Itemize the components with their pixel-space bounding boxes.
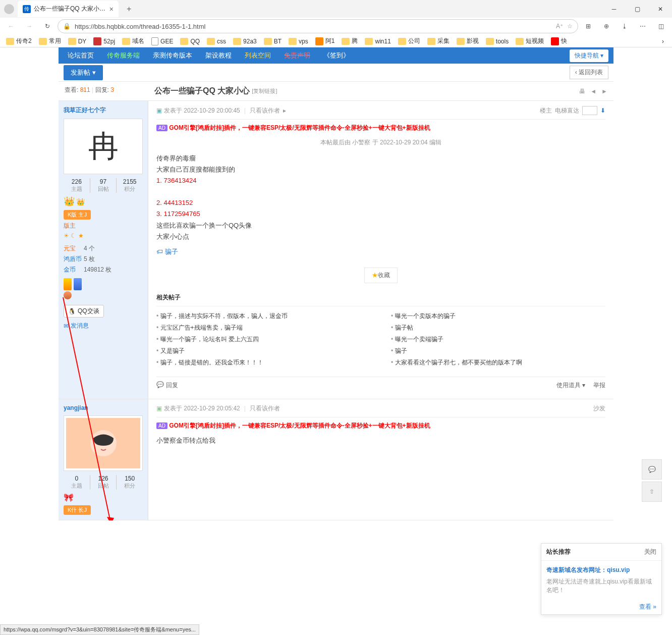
bookmark-item[interactable]: 92a3 [230, 37, 260, 46]
bookmark-item[interactable]: 域名 [119, 36, 147, 46]
bookmark-item[interactable]: 公司 [395, 36, 423, 46]
bookmark-item[interactable]: vps [286, 37, 311, 46]
bookmark-item[interactable]: 常用 [36, 36, 64, 46]
related-link[interactable]: 曝光一个卖端骗子 [391, 334, 605, 345]
collections-icon[interactable]: ⊕ [598, 19, 614, 33]
prev-icon[interactable]: ◄ [590, 88, 596, 95]
related-link[interactable]: 骗子，描述与实际不符，假版本，骗人，退金币 [156, 310, 371, 322]
related-link[interactable]: 曝光一个卖版本的骗子 [391, 310, 605, 322]
bookmark-item[interactable]: 短视频 [513, 36, 547, 46]
bookmark-item[interactable]: BT [261, 37, 285, 46]
username-link[interactable]: yangjian [64, 404, 88, 411]
bookmark-item[interactable]: win11 [362, 37, 394, 46]
maximize-button[interactable]: ▢ [626, 0, 649, 18]
bookmark-item[interactable]: 影视 [454, 36, 482, 46]
profile-icon[interactable] [4, 4, 14, 14]
qq-chat-button[interactable]: 🐧 QQ交谈 [64, 305, 104, 318]
favorite-button[interactable]: ★ 收藏 [364, 268, 398, 283]
nav-signin[interactable]: 《签到》 [319, 51, 354, 60]
downloads-icon[interactable]: ⭳ [617, 19, 633, 33]
bookmark-item[interactable]: GEE [148, 36, 176, 46]
user-role: 版主 [64, 222, 143, 230]
bookmark-item[interactable]: DY [65, 37, 90, 46]
related-link[interactable]: 骗子帖 [391, 322, 605, 334]
folder-icon [39, 38, 47, 45]
username-link[interactable]: 我草正好七个字 [64, 107, 106, 114]
menu-icon[interactable]: ⋯ [635, 19, 651, 33]
url-text: https://bbs.hqbbk.com/thread-16355-1-1.h… [75, 23, 552, 30]
related-link[interactable]: 又是骗子 [156, 345, 371, 357]
sidebar-icon[interactable]: ◫ [653, 19, 669, 33]
related-link[interactable]: 元宝区广告+残端售卖，骗子端 [156, 322, 371, 334]
only-author-link[interactable]: 只看该作者 [250, 404, 280, 413]
new-post-button[interactable]: 发新帖 ▾ [64, 65, 103, 80]
bookmark-item[interactable]: 52pj [90, 36, 118, 46]
thread-stats: 查看: 811 | 回复: 3 [59, 82, 148, 100]
copy-link[interactable]: [复制链接] [252, 87, 277, 95]
quick-nav-button[interactable]: 快捷导航 ▾ [570, 49, 608, 62]
browser-tab[interactable]: 传 公布一些骗子QQ 大家小心-传奇 × [18, 1, 119, 17]
related-link[interactable]: 骗子，链接是错的。还我金币来！！！ [156, 357, 371, 368]
elevator-go-icon[interactable]: ⬇ [600, 107, 605, 114]
reply-link[interactable]: 回复 [166, 381, 178, 390]
related-link[interactable]: 大家看看这个骗子邪七，都不要买他的版本了啊 [391, 357, 605, 368]
bookmark-item[interactable]: 腾 [339, 36, 361, 46]
post-date: 发表于 2022-10-29 20:00:45 [164, 107, 240, 115]
nav-declare[interactable]: 免责声明 [280, 51, 314, 60]
bookmark-item[interactable]: 阿1 [312, 36, 338, 46]
return-list-button[interactable]: ‹ 返回列表 [570, 66, 608, 79]
use-tool-link[interactable]: 使用道具 ▾ [556, 381, 585, 390]
ad-tag: AD [156, 125, 167, 131]
medal-icon [74, 278, 82, 290]
bookmark-item[interactable]: 快 [548, 36, 570, 46]
avatar[interactable] [64, 415, 143, 471]
ad-link[interactable]: GOM引擎[鸿盾封挂]插件，一键兼容ESP/太极/无限辉等插件命令-全屏秒捡+一… [169, 124, 430, 131]
bookmark-item[interactable]: QQ [177, 37, 203, 46]
folder-icon [68, 38, 76, 45]
nav-home[interactable]: 论坛首页 [64, 51, 98, 60]
qq-icon: 🐧 [68, 308, 76, 315]
ad-link[interactable]: GOM引擎[鸿盾封挂]插件，一键兼容ESP/太极/无限辉等插件命令-全屏秒捡+一… [169, 422, 430, 429]
tab-title: 公布一些骗子QQ 大家小心-传奇 [34, 5, 106, 13]
address-bar[interactable]: 🔒 https://bbs.hqbbk.com/thread-16355-1-1… [58, 19, 578, 33]
bookmark-item[interactable]: css [204, 37, 229, 46]
post-content: 小警察金币转点给我 [156, 435, 605, 446]
new-tab-button[interactable]: + [123, 3, 135, 16]
avatar-image: 冉 [66, 121, 140, 172]
tag-link[interactable]: 骗子 [165, 248, 178, 255]
nav-setup[interactable]: 架设教程 [201, 51, 236, 60]
bookmark-item[interactable]: 采集 [424, 36, 453, 46]
extensions-icon[interactable]: ⊞ [580, 19, 596, 33]
related-link[interactable]: 曝光一个骗子，论坛名叫 爱上六五四 [156, 334, 371, 345]
post-content: 传奇界的毒瘤 大家自己百度搜都能搜到的 1. 736413424 2. 4441… [156, 153, 605, 257]
close-icon[interactable]: × [109, 5, 114, 13]
minimize-button[interactable]: ─ [602, 0, 626, 18]
send-message-link[interactable]: ✉ 发消息 [64, 322, 143, 330]
arrow-icon[interactable]: ▸ [283, 107, 286, 114]
nav-svc[interactable]: 传奇服务端 [103, 51, 144, 60]
user-badge: K版 主J [64, 210, 91, 220]
scroll-top-button[interactable]: ⇧ [642, 482, 662, 502]
elevator-input[interactable] [582, 106, 597, 115]
avatar[interactable]: 冉 [64, 119, 143, 174]
reader-icon[interactable]: A⁺ [556, 23, 563, 30]
close-window-button[interactable]: ✕ [649, 0, 672, 18]
forward-button[interactable]: → [21, 19, 37, 33]
folder-icon [342, 38, 350, 45]
only-author-link[interactable]: 只看该作者 [250, 107, 280, 115]
favorite-icon[interactable]: ☆ [567, 23, 573, 30]
lock-icon: 🔒 [63, 23, 71, 30]
nav-space[interactable]: 列表空间 [241, 51, 275, 60]
nav-test[interactable]: 亲测传奇版本 [149, 51, 196, 60]
next-icon[interactable]: ► [601, 88, 607, 95]
user-badge: K什 长J [64, 505, 91, 515]
print-icon[interactable]: 🖶 [579, 88, 585, 95]
chat-float-button[interactable]: 💬 [642, 459, 662, 480]
back-button[interactable]: ← [3, 19, 19, 33]
bookmark-item[interactable]: 传奇2 [3, 36, 35, 46]
related-link[interactable]: 骗子 [391, 345, 605, 357]
bookmark-item[interactable]: tools [483, 37, 512, 46]
chevron-right-icon[interactable]: › [657, 38, 669, 45]
refresh-button[interactable]: ↻ [39, 19, 55, 33]
report-link[interactable]: 举报 [593, 381, 605, 390]
